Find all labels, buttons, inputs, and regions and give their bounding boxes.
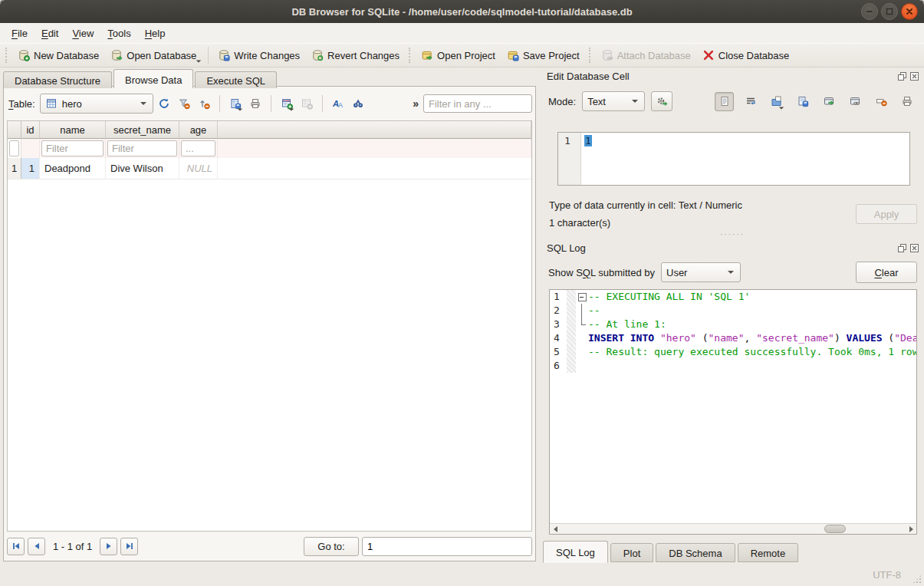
cell-secret-name[interactable]: Dive Wilson: [106, 158, 179, 179]
cell-editor[interactable]: 1 1: [557, 132, 910, 186]
menu-view[interactable]: View: [65, 25, 100, 42]
sql-log-dock-header: SQL Log: [547, 241, 919, 255]
insert-record-dropdown-caret[interactable]: [289, 108, 294, 110]
tab-remote[interactable]: Remote: [738, 543, 799, 562]
mode-select[interactable]: Text: [582, 91, 645, 111]
binoculars-icon: [352, 97, 364, 110]
save-project-button[interactable]: Save Project: [502, 46, 587, 64]
open-project-button[interactable]: Open Project: [416, 46, 502, 64]
column-header-id[interactable]: id: [21, 121, 40, 139]
scroll-left-button[interactable]: [550, 524, 561, 535]
save-results-button[interactable]: [226, 94, 245, 113]
window-controls: [861, 3, 918, 20]
new-database-icon: [18, 49, 30, 61]
column-header-age[interactable]: age: [179, 121, 218, 139]
next-record-button[interactable]: [100, 538, 117, 555]
cell-age[interactable]: NULL: [179, 158, 218, 179]
print-button[interactable]: [246, 94, 265, 113]
new-database-button[interactable]: New Database: [13, 46, 106, 64]
previous-record-button[interactable]: [28, 538, 45, 555]
tab-sql-log[interactable]: SQL Log: [543, 541, 608, 563]
first-record-button[interactable]: [7, 538, 25, 555]
export-data-button[interactable]: [793, 92, 812, 111]
close-button[interactable]: [901, 3, 918, 20]
open-project-icon: [421, 49, 433, 61]
print-cell-button[interactable]: [897, 92, 916, 111]
toolbar-overflow-chevron[interactable]: »: [409, 97, 422, 110]
table-select[interactable]: hero: [40, 94, 153, 114]
column-header-name[interactable]: name: [40, 121, 106, 139]
clear-log-button[interactable]: Clear: [856, 262, 917, 283]
cell-name[interactable]: Deadpond: [40, 158, 106, 179]
cell-editor-content[interactable]: 1: [581, 133, 909, 185]
column-header-secret-name[interactable]: secret_name: [106, 121, 179, 139]
table-row[interactable]: 1 1 Deadpond Dive Wilson NULL: [8, 158, 531, 179]
import-data-button[interactable]: [767, 92, 786, 111]
close-dock-button[interactable]: [909, 71, 919, 81]
close-database-button[interactable]: Close Database: [698, 46, 797, 64]
tab-plot[interactable]: Plot: [610, 543, 653, 562]
menu-edit[interactable]: Edit: [35, 25, 65, 42]
set-null-button[interactable]: [871, 92, 890, 111]
float-dock-button[interactable]: [897, 71, 907, 81]
text-mode-toggle[interactable]: [715, 92, 734, 111]
menu-help[interactable]: Help: [138, 25, 173, 42]
toolbar-drag-handle[interactable]: [409, 48, 413, 63]
sql-log-title: SQL Log: [547, 242, 586, 254]
sql-source-select[interactable]: User: [661, 262, 741, 282]
gear-icon: [656, 95, 668, 107]
copy-link-button[interactable]: [845, 92, 864, 111]
filter-name-input[interactable]: [41, 140, 104, 156]
open-database-button[interactable]: Open Database: [106, 46, 203, 64]
find-button[interactable]: [349, 94, 367, 113]
edit-cell-title: Edit Database Cell: [547, 71, 630, 82]
filter-id-input[interactable]: [9, 140, 19, 156]
refresh-button[interactable]: [155, 94, 173, 113]
write-changes-button[interactable]: Write Changes: [213, 46, 307, 64]
resize-grip[interactable]: [912, 574, 922, 584]
sql-source-value: User: [666, 267, 687, 278]
horizontal-scrollbar[interactable]: [550, 523, 916, 534]
filter-any-input[interactable]: [423, 94, 532, 113]
row-header[interactable]: 1: [8, 158, 21, 179]
last-record-button[interactable]: [120, 538, 138, 555]
close-dock-button[interactable]: [909, 243, 919, 253]
toolbar-drag-handle[interactable]: [5, 48, 9, 63]
edit-display-format-button[interactable]: AA: [329, 94, 347, 113]
print-icon: [249, 97, 261, 110]
minimize-button[interactable]: [861, 3, 878, 20]
filter-age-input[interactable]: [181, 140, 215, 156]
goto-input[interactable]: [362, 537, 532, 556]
tab-db-schema[interactable]: DB Schema: [656, 543, 735, 562]
open-database-icon: [110, 49, 123, 61]
clear-filters-button[interactable]: [175, 94, 193, 113]
grid-filter-row: [8, 139, 531, 158]
scroll-right-button[interactable]: [906, 524, 916, 535]
titlebar[interactable]: DB Browser for SQLite - /home/user/code/…: [0, 0, 924, 23]
scrollbar-thumb[interactable]: [824, 525, 846, 533]
menu-tools[interactable]: Tools: [100, 25, 137, 42]
scrollbar-track[interactable]: [561, 524, 906, 534]
apply-format-default-button[interactable]: [651, 91, 672, 111]
filter-secret-name-input[interactable]: [107, 140, 177, 156]
open-in-external-button[interactable]: [819, 92, 838, 111]
sql-log-view[interactable]: 1-- EXECUTING ALL IN 'SQL 1'2--3-- At li…: [549, 289, 917, 535]
cell-id[interactable]: 1: [21, 158, 40, 179]
open-database-dropdown-caret[interactable]: [196, 60, 201, 62]
save-results-dropdown-caret[interactable]: [238, 108, 242, 110]
tab-execute-sql[interactable]: Execute SQL: [195, 71, 277, 88]
dock-splitter[interactable]: ······: [541, 230, 924, 238]
tab-browse-data[interactable]: Browse Data: [113, 69, 193, 88]
clear-sorting-button[interactable]: [195, 94, 213, 113]
data-grid[interactable]: id name secret_name age 1 1: [7, 120, 532, 532]
maximize-button[interactable]: [881, 3, 898, 20]
insert-record-button[interactable]: [278, 94, 296, 113]
float-dock-button[interactable]: [897, 243, 907, 253]
tab-database-structure[interactable]: Database Structure: [3, 71, 112, 88]
goto-button[interactable]: Go to:: [304, 537, 359, 556]
word-wrap-toggle[interactable]: [741, 92, 760, 111]
import-dropdown-caret[interactable]: [779, 107, 784, 109]
toolbar-drag-handle[interactable]: [589, 48, 593, 63]
revert-changes-button[interactable]: Revert Changes: [307, 46, 406, 64]
menu-file[interactable]: File: [5, 25, 35, 42]
